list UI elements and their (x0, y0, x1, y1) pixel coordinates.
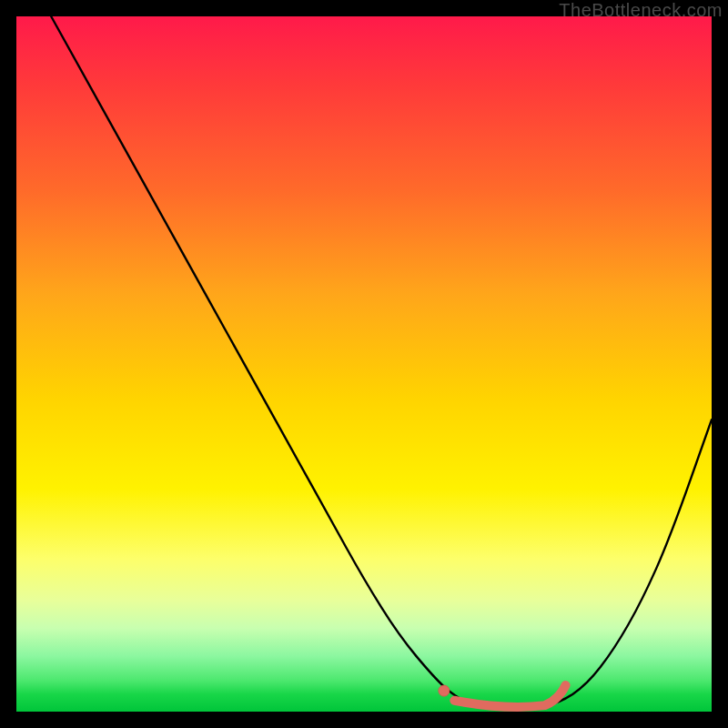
bottleneck-curve (51, 16, 712, 709)
optimal-range-strip (454, 685, 565, 707)
watermark-text: TheBottleneck.com (559, 0, 723, 21)
plot-area (16, 16, 712, 712)
optimal-point-marker (439, 685, 450, 696)
chart-container: TheBottleneck.com (0, 0, 728, 728)
curve-svg (16, 16, 712, 712)
